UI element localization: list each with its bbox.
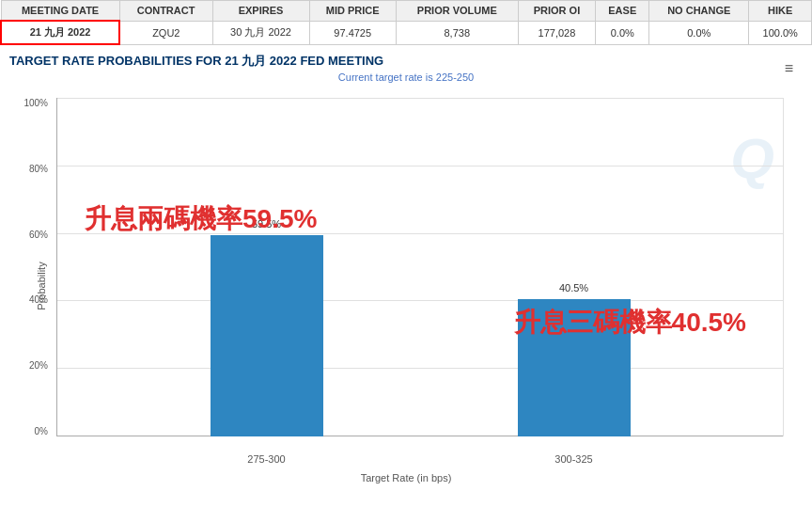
contract-cell: ZQU2 — [119, 21, 212, 44]
y-label-100: 100% — [23, 98, 48, 108]
col-prior-oi: PRIOR OI — [518, 1, 596, 22]
col-mid-price: MID PRICE — [309, 1, 396, 22]
header-table: MEETING DATE CONTRACT EXPIRES MID PRICE … — [0, 0, 812, 45]
x-label-2: 300-325 — [420, 453, 727, 465]
bar-label-1: 59.5% — [211, 218, 323, 230]
y-label-20: 20% — [29, 360, 48, 371]
prior-oi-cell: 177,028 — [518, 21, 596, 44]
col-expires: EXPIRES — [212, 1, 309, 22]
x-label-1: 275-300 — [113, 453, 420, 465]
col-ease: EASE — [596, 1, 649, 22]
y-label-40: 40% — [29, 294, 48, 305]
col-meeting-date: MEETING DATE — [1, 1, 119, 22]
no-change-cell: 0.0% — [649, 21, 749, 44]
bar-group-2: 40.5% — [420, 98, 727, 436]
menu-icon[interactable]: ≡ — [785, 60, 793, 77]
prior-volume-cell: 8,738 — [396, 21, 518, 44]
col-contract: CONTRACT — [119, 1, 212, 22]
chart-subtitle: Current target rate is 225-250 — [9, 71, 803, 83]
bar-2: 40.5% — [518, 299, 631, 436]
ease-cell: 0.0% — [596, 21, 649, 44]
expires-cell: 30 九月 2022 — [212, 21, 309, 44]
chart-container: Q Probability 100% 80% 60% 40% 20% 0% — [9, 88, 803, 483]
y-label-60: 60% — [29, 230, 48, 240]
hike-cell: 100.0% — [749, 21, 812, 44]
col-hike: HIKE — [749, 1, 812, 22]
mid-price-cell: 97.4725 — [309, 21, 396, 44]
y-axis: 100% 80% 60% 40% 20% 0% — [9, 98, 52, 436]
col-prior-volume: PRIOR VOLUME — [396, 1, 518, 22]
y-label-80: 80% — [29, 164, 48, 174]
bar-label-2: 40.5% — [518, 282, 631, 293]
bars-container: 59.5% 40.5% — [56, 98, 784, 436]
bar-group-1: 59.5% — [113, 98, 420, 436]
bar-1: 59.5% — [211, 235, 323, 436]
x-axis-labels: 275-300 300-325 — [56, 453, 784, 465]
chart-section: TARGET RATE PROBABILITIES FOR 21 九月 2022… — [0, 45, 812, 491]
col-no-change: NO CHANGE — [649, 1, 749, 22]
chart-title: TARGET RATE PROBABILITIES FOR 21 九月 2022… — [9, 53, 803, 70]
meeting-date-cell: 21 九月 2022 — [1, 21, 119, 44]
x-axis-title: Target Rate (in bps) — [361, 472, 452, 483]
y-label-0: 0% — [35, 426, 48, 436]
